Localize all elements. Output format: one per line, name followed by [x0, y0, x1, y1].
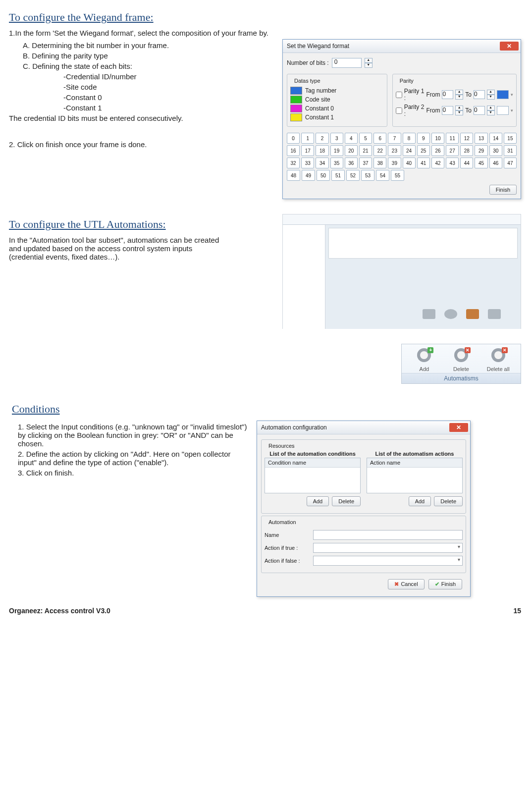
bit-cell[interactable]: 3 — [330, 133, 343, 144]
data-type-row[interactable]: Constant 0 — [290, 105, 384, 112]
bit-cell[interactable]: 17 — [301, 145, 314, 156]
bit-cell[interactable]: 39 — [388, 158, 401, 168]
bit-cell[interactable]: 36 — [345, 158, 358, 168]
bit-cell[interactable]: 23 — [388, 145, 401, 156]
ribbon-add[interactable]: + Add — [406, 347, 443, 372]
cond-delete-button[interactable]: Delete — [332, 496, 361, 506]
data-type-row[interactable]: Constant 1 — [290, 113, 384, 121]
conditions-grid[interactable]: Condition name — [265, 458, 361, 493]
bit-cell[interactable]: 47 — [504, 158, 517, 168]
bit-cell[interactable]: 46 — [489, 158, 502, 168]
cond-add-button[interactable]: Add — [307, 496, 329, 506]
bit-cell[interactable]: 12 — [460, 133, 473, 144]
bit-cell[interactable]: 33 — [301, 158, 314, 168]
bit-cell[interactable]: 48 — [287, 170, 300, 181]
data-type-label: Constant 1 — [305, 114, 334, 121]
bit-cell[interactable]: 9 — [417, 133, 430, 144]
bit-cell[interactable]: 10 — [431, 133, 444, 144]
data-type-label: Code site — [305, 96, 330, 103]
finish-button[interactable]: ✔Finish — [428, 579, 462, 589]
parity2-to-spin[interactable]: ▲▼ — [487, 106, 495, 115]
parity2-to[interactable]: 0 — [474, 106, 485, 115]
bit-cell[interactable]: 18 — [316, 145, 328, 156]
action-false-select[interactable] — [313, 556, 463, 566]
bit-cell[interactable]: 7 — [388, 133, 401, 144]
bit-cell[interactable]: 50 — [317, 170, 330, 181]
bit-cell[interactable]: 45 — [475, 158, 487, 168]
parity1-to[interactable]: 0 — [474, 90, 485, 99]
bit-cell[interactable]: 40 — [403, 158, 416, 168]
parity1-from-spin[interactable]: ▲▼ — [455, 90, 463, 100]
bit-cell[interactable]: 6 — [373, 133, 386, 144]
bit-cell[interactable]: 24 — [403, 145, 416, 156]
parity1-color[interactable] — [497, 90, 509, 99]
close-icon[interactable]: ✕ — [500, 42, 519, 51]
cancel-icon: ✖ — [394, 581, 399, 587]
bit-cell[interactable]: 38 — [373, 158, 386, 168]
bit-cell[interactable]: 31 — [504, 145, 517, 156]
name-input[interactable] — [313, 530, 463, 540]
parity2-checkbox[interactable] — [396, 107, 402, 114]
bit-cell[interactable]: 25 — [417, 145, 430, 156]
parity1-checkbox[interactable] — [396, 92, 402, 98]
bit-cell[interactable]: 8 — [403, 133, 416, 144]
parity2-from-spin[interactable]: ▲▼ — [455, 106, 463, 115]
chevron-down-icon[interactable]: ▾ — [511, 92, 513, 97]
item-c: C. Defining the state of each bits: — [23, 62, 276, 70]
bit-cell[interactable]: 32 — [287, 158, 300, 168]
finish-button[interactable]: Finish — [489, 185, 517, 195]
bit-cell[interactable]: 53 — [361, 170, 374, 181]
x-icon: ✕ — [465, 347, 471, 353]
parity2-from[interactable]: 0 — [442, 106, 453, 115]
bit-cell[interactable]: 0 — [287, 133, 300, 144]
bit-cell[interactable]: 2 — [316, 133, 328, 144]
bit-cell[interactable]: 22 — [373, 145, 386, 156]
bit-cell[interactable]: 44 — [460, 158, 473, 168]
ribbon-delete[interactable]: ✕ Delete — [443, 347, 480, 372]
parity1-to-spin[interactable]: ▲▼ — [487, 90, 495, 100]
bit-cell[interactable]: 1 — [301, 133, 314, 144]
bit-cell[interactable]: 34 — [316, 158, 328, 168]
num-bits-input[interactable]: 0 — [332, 58, 362, 68]
bit-cell[interactable]: 21 — [359, 145, 372, 156]
actions-grid[interactable]: Action name — [367, 458, 463, 493]
bit-cell[interactable]: 27 — [446, 145, 459, 156]
bit-cell[interactable]: 13 — [475, 133, 487, 144]
act-add-button[interactable]: Add — [409, 496, 431, 506]
bit-cell[interactable]: 29 — [475, 145, 487, 156]
num-bits-spinner[interactable]: ▲▼ — [365, 58, 372, 68]
bit-cell[interactable]: 42 — [431, 158, 444, 168]
chevron-down-icon[interactable]: ▾ — [511, 108, 513, 113]
bit-cell[interactable]: 5 — [359, 133, 372, 144]
bit-cell[interactable]: 19 — [330, 145, 343, 156]
parity1-from[interactable]: 0 — [442, 90, 453, 99]
bit-cell[interactable]: 16 — [287, 145, 300, 156]
bit-cell[interactable]: 35 — [330, 158, 343, 168]
bit-cell[interactable]: 43 — [446, 158, 459, 168]
action-true-select[interactable] — [313, 543, 463, 553]
bit-cell[interactable]: 30 — [489, 145, 502, 156]
bit-cell[interactable]: 41 — [417, 158, 430, 168]
data-type-row[interactable]: Code site — [290, 96, 384, 104]
wiegand-dialog-title: Set the Wiegand format — [287, 43, 349, 50]
bit-cell[interactable]: 4 — [345, 133, 358, 144]
data-type-row[interactable]: Tag number — [290, 87, 384, 95]
bit-cell[interactable]: 11 — [446, 133, 459, 144]
ribbon-delete-all[interactable]: ✕ Delete all — [479, 347, 517, 372]
cancel-button[interactable]: ✖Cancel — [388, 579, 424, 589]
bit-cell[interactable]: 54 — [376, 170, 389, 181]
parity2-color[interactable] — [497, 106, 509, 115]
bit-cell[interactable]: 26 — [431, 145, 444, 156]
bit-cell[interactable]: 15 — [504, 133, 517, 144]
act-delete-button[interactable]: Delete — [434, 496, 463, 506]
close-icon[interactable]: ✕ — [449, 423, 468, 432]
bit-cell[interactable]: 20 — [345, 145, 358, 156]
item-a: A. Determining the bit number in your fr… — [23, 41, 276, 50]
bit-cell[interactable]: 49 — [302, 170, 315, 181]
bit-cell[interactable]: 55 — [391, 170, 404, 181]
bit-cell[interactable]: 37 — [359, 158, 372, 168]
bit-cell[interactable]: 52 — [346, 170, 360, 181]
bit-cell[interactable]: 14 — [489, 133, 502, 144]
bit-cell[interactable]: 28 — [460, 145, 473, 156]
bit-cell[interactable]: 51 — [331, 170, 345, 181]
